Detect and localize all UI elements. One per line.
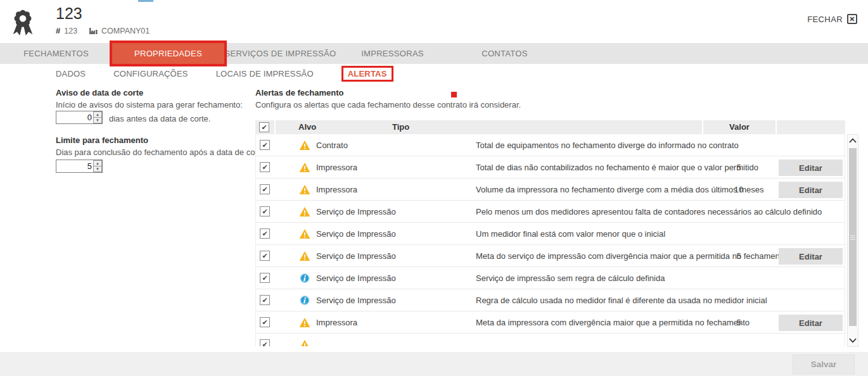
alert-rows: ✔ContratoTotal de equipamentos no fecham…	[255, 134, 845, 346]
info-icon	[299, 273, 310, 284]
header-checkbox-cell: ✔	[255, 120, 274, 134]
edit-button[interactable]: Editar	[779, 315, 843, 331]
closing-limit-value[interactable]: 5	[56, 160, 93, 172]
closing-limit-spinner[interactable]: 5 ▲ ▼	[56, 160, 103, 173]
row-value: 5	[707, 163, 770, 172]
tab-contatos[interactable]: CONTATOS	[449, 43, 561, 64]
tab-servicos-de-impressao[interactable]: SERVIÇOS DE IMPRESSÃO	[224, 43, 336, 64]
row-checkbox[interactable]: ✔	[260, 295, 270, 305]
footer-bar: Salvar	[0, 352, 868, 376]
warning-icon	[299, 162, 310, 173]
subtab-configuracoes[interactable]: CONFIGURAÇÕES	[113, 69, 188, 78]
row-target: Impressora	[316, 318, 357, 327]
table-row: ✔ContratoTotal de equipamentos no fecham…	[256, 134, 845, 156]
table-row: ✔ImpressoraVolume da impressora no fecha…	[256, 179, 845, 201]
column-header-alvo: Alvo	[298, 122, 316, 132]
table-row: ✔ImpressoraMeta da impressora com diverg…	[256, 311, 845, 334]
row-checkbox[interactable]: ✔	[260, 229, 270, 239]
spin-down-icon[interactable]: ▼	[93, 166, 102, 172]
alerts-title: Alertas de fechamento	[255, 88, 343, 97]
spin-down-icon[interactable]: ▼	[93, 118, 102, 123]
company-name: COMPANY01	[101, 27, 150, 35]
warning-icon	[299, 206, 310, 217]
row-checkbox[interactable]: ✔	[260, 162, 270, 172]
select-all-checkbox[interactable]: ✔	[259, 122, 269, 132]
spinner-buttons: ▲ ▼	[93, 111, 102, 123]
edit-button[interactable]: Editar	[779, 160, 843, 176]
row-checkbox[interactable]: ✔	[260, 317, 270, 327]
row-target: Serviço de Impressão	[316, 296, 396, 305]
row-checkbox[interactable]: ✔	[260, 184, 270, 194]
tab-fechamentos[interactable]: FECHAMENTOS	[0, 43, 112, 64]
content-area: Aviso de data de corte Início de avisos …	[0, 83, 868, 352]
page-title: 123	[56, 4, 150, 23]
scroll-up-icon[interactable]	[848, 135, 858, 146]
table-row: ✔ImpressoraTotal de dias não contabiliza…	[256, 156, 845, 179]
row-checkbox[interactable]: ✔	[260, 273, 270, 283]
row-type: Um medidor final está com valor menor qu…	[476, 229, 665, 239]
window-header: 123 # 123 COMPANY01 FECHAR ✕	[0, 0, 868, 43]
close-button[interactable]: FECHAR ✕	[807, 14, 857, 24]
scroll-down-icon[interactable]	[848, 335, 858, 346]
close-x-icon: ✕	[847, 14, 857, 24]
warning-icon	[299, 229, 310, 239]
info-icon	[299, 295, 310, 306]
tab-propriedades[interactable]: PROPRIEDADES	[112, 43, 224, 64]
row-type: Pelo menos um dos medidores apresentou f…	[476, 207, 822, 216]
header-alvo-tipo-cell	[276, 120, 702, 134]
row-checkbox[interactable]: ✔	[260, 206, 270, 216]
scrollbar-grip	[850, 234, 855, 241]
app-window: 123 # 123 COMPANY01 FECHAR ✕ FECHAMENTOS…	[0, 0, 868, 376]
header-actions-cell	[777, 120, 845, 134]
table-row: ✔	[256, 334, 845, 346]
contract-number: 123	[64, 27, 77, 35]
cutoff-days-value[interactable]: 0	[56, 111, 93, 123]
subtab-alertas[interactable]: ALERTAS	[341, 66, 393, 82]
row-value: 5	[707, 251, 770, 261]
vertical-scrollbar[interactable]	[847, 134, 858, 347]
row-value: 10	[707, 185, 770, 194]
company-icon	[89, 27, 98, 34]
warning-icon	[299, 140, 310, 151]
edit-button[interactable]: Editar	[779, 182, 843, 198]
cutoff-days-spinner[interactable]: 0 ▲ ▼	[56, 111, 103, 124]
table-row: ✔Serviço de ImpressãoRegra de cálculo us…	[256, 289, 845, 311]
column-header-tipo: Tipo	[392, 122, 409, 132]
row-type: Regra de cálculo usada no medidor final …	[476, 296, 767, 305]
closing-limit-description: Dias para conclusão do fechamento após a…	[56, 147, 267, 157]
tab-impressoras[interactable]: IMPRESSORAS	[336, 43, 449, 64]
warning-icon	[299, 317, 310, 328]
spin-up-icon[interactable]: ▲	[93, 111, 102, 118]
alerts-table-header: ✔ Alvo Tipo Valor	[255, 120, 845, 134]
table-row: ✔Serviço de ImpressãoUm medidor final es…	[256, 223, 845, 245]
column-header-valor: Valor	[703, 122, 775, 132]
red-annotation-square	[451, 92, 457, 97]
contract-subline: # 123 COMPANY01	[56, 26, 150, 35]
table-row: ✔Serviço de ImpressãoPelo menos um dos m…	[256, 201, 845, 223]
row-checkbox[interactable]: ✔	[260, 251, 270, 261]
row-target: Impressora	[316, 185, 357, 194]
title-block: 123 # 123 COMPANY01	[56, 4, 150, 35]
row-target: Serviço de Impressão	[316, 229, 396, 239]
row-checkbox[interactable]: ✔	[260, 140, 270, 150]
edit-button[interactable]: Editar	[779, 248, 843, 265]
sub-tabbar: DADOS CONFIGURAÇÕES LOCAIS DE IMPRESSÃO …	[0, 64, 868, 83]
warning-icon	[299, 184, 310, 195]
warning-icon	[299, 251, 310, 261]
row-target: Serviço de Impressão	[316, 251, 396, 261]
save-button[interactable]: Salvar	[793, 354, 855, 374]
row-type: Total de equipamentos no fechamento dive…	[476, 141, 739, 150]
cutoff-notice-description: Início de avisos do sistema para gerar f…	[56, 100, 243, 110]
spin-up-icon[interactable]: ▲	[93, 160, 102, 166]
cutoff-days-suffix: dias antes da data de corte.	[109, 114, 210, 123]
subtab-dados[interactable]: DADOS	[56, 69, 86, 78]
row-target: Serviço de Impressão	[316, 207, 396, 216]
row-type: Serviço de impressão sem regra de cálcul…	[476, 273, 665, 283]
top-blue-artifact	[138, 0, 153, 2]
row-target: Impressora	[316, 163, 357, 172]
scrollbar-thumb[interactable]	[849, 148, 857, 326]
table-row: ✔Serviço de ImpressãoServiço de impressã…	[256, 267, 845, 289]
row-checkbox[interactable]: ✔	[260, 339, 270, 346]
subtab-locais-de-impressao[interactable]: LOCAIS DE IMPRESSÃO	[216, 69, 314, 78]
warning-icon	[299, 339, 310, 346]
